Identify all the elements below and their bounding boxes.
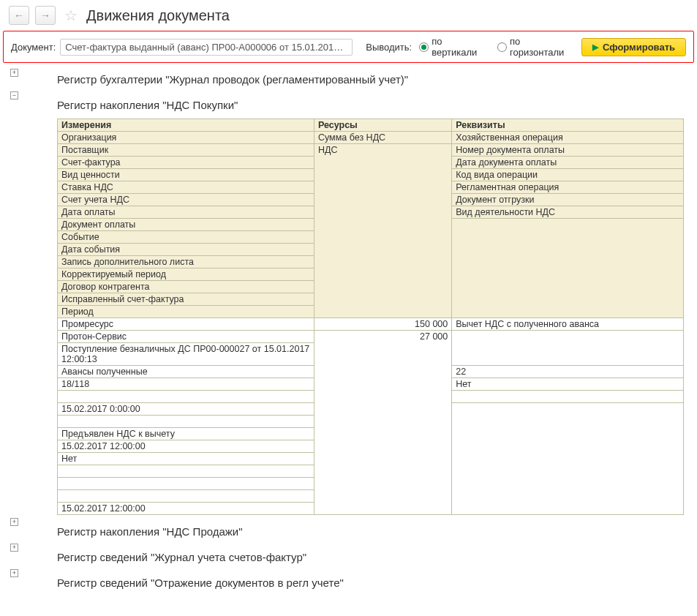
toolbar: Документ: Счет-фактура выданный (аванс) … <box>3 31 694 63</box>
register-table: Измерения Ресурсы Реквизиты ОрганизацияС… <box>57 119 684 515</box>
favorite-star-icon[interactable]: ☆ <box>64 7 78 24</box>
table-header-row: Измерения Ресурсы Реквизиты <box>58 119 684 132</box>
section-title: Регистр накопления "НДС Покупки" <box>32 89 684 114</box>
play-icon: ▶ <box>592 42 598 52</box>
document-label: Документ: <box>11 42 56 53</box>
section-title: Регистр сведений "Журнал учета счетов-фа… <box>32 541 684 566</box>
radio-horizontal[interactable]: по горизонтали <box>497 36 577 58</box>
col-header: Измерения <box>58 119 314 132</box>
section-title: Регистр бухгалтерии "Журнал проводок (ре… <box>32 66 684 89</box>
content-area: + Регистр бухгалтерии "Журнал проводок (… <box>0 64 697 606</box>
radio-icon <box>497 42 507 52</box>
expand-button[interactable]: + <box>10 69 18 77</box>
collapse-button[interactable]: − <box>10 91 18 99</box>
radio-vertical[interactable]: по вертикали <box>419 36 490 58</box>
section-title: Регистр сведений "Отражение документов в… <box>32 566 684 592</box>
radio-icon <box>419 42 429 52</box>
nav-back-button[interactable]: ← <box>9 6 29 25</box>
header-bar: ← → ☆ Движения документа <box>0 0 697 31</box>
table-row: ПоставщикНДСНомер документа оплаты <box>58 144 684 157</box>
generate-button[interactable]: ▶ Сформировать <box>581 38 686 56</box>
generate-button-label: Сформировать <box>603 42 675 53</box>
output-mode-group: Выводить: по вертикали по горизонтали <box>366 36 577 58</box>
table-row: Промресурс150 000Вычет НДС с полученного… <box>58 318 684 331</box>
col-header: Реквизиты <box>452 119 684 132</box>
section-title: Регистр накопления "НДС Продажи" <box>32 515 684 541</box>
radio-vertical-label: по вертикали <box>432 36 490 58</box>
nav-forward-button[interactable]: → <box>35 6 56 25</box>
expand-button[interactable]: + <box>10 544 18 552</box>
table-row: ОрганизацияСумма без НДСХозяйственная оп… <box>58 132 684 144</box>
expand-button[interactable]: + <box>10 569 18 577</box>
table-row: Протон-Сервис27 000 <box>58 331 684 343</box>
col-header: Ресурсы <box>314 119 451 132</box>
output-label: Выводить: <box>366 42 412 53</box>
expand-button[interactable]: + <box>10 518 18 526</box>
page-title: Движения документа <box>86 7 230 24</box>
radio-horizontal-label: по горизонтали <box>510 36 577 58</box>
document-input[interactable]: Счет-фактура выданный (аванс) ПР00-А0000… <box>60 39 353 56</box>
